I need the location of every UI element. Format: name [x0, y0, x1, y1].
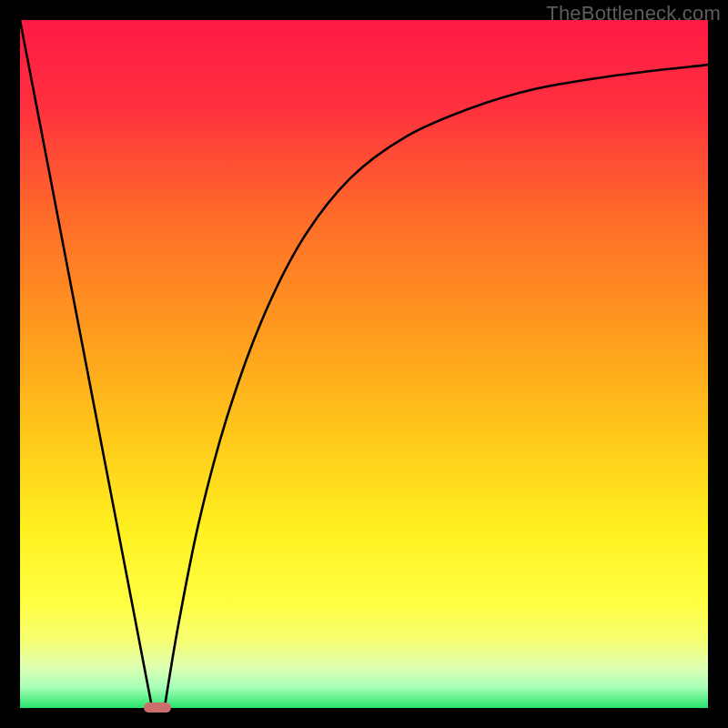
watermark-label: TheBottleneck.com	[546, 2, 721, 25]
optimal-marker	[144, 703, 171, 713]
chart-frame: TheBottleneck.com	[0, 0, 728, 728]
plot-area	[20, 20, 708, 708]
bottleneck-curve	[20, 20, 708, 708]
